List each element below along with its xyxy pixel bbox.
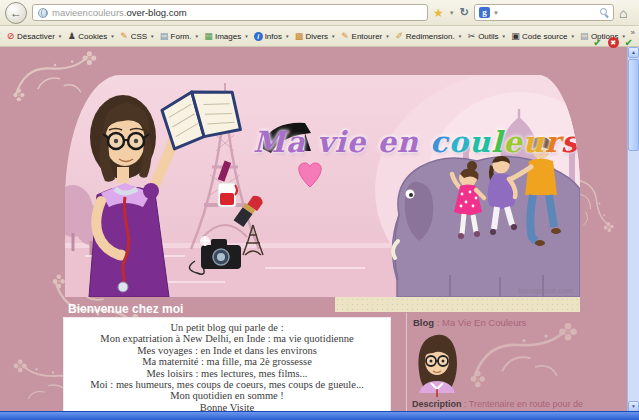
reload-icon[interactable]: ↻ bbox=[460, 7, 469, 18]
devtool-item-entourer[interactable]: ✎Entourer▼ bbox=[341, 32, 390, 41]
devtool-status: ✔✖✔ bbox=[593, 37, 633, 48]
chevron-down-icon: ▼ bbox=[244, 34, 248, 39]
illustrator-watermark: kamiganne.com bbox=[518, 287, 573, 294]
devtool-item-label: Cookies bbox=[78, 32, 107, 41]
chevron-down-icon: ▼ bbox=[570, 34, 574, 39]
devtool-item-divers[interactable]: ▩Divers▼ bbox=[294, 32, 335, 41]
url-domain: over-blog.com bbox=[126, 7, 186, 18]
intro-text-line: Mon expatriation à New Delhi, en Inde : … bbox=[64, 333, 390, 344]
site-globe-icon bbox=[38, 8, 48, 18]
options-icon: ▤ bbox=[580, 32, 589, 41]
css-icon: ✎ bbox=[120, 32, 129, 41]
page-scrollbar[interactable]: ▲ ▼ bbox=[627, 47, 639, 412]
devtool-item-label: Outils bbox=[478, 32, 498, 41]
intro-widget: Un petit blog qui parle de :Mon expatria… bbox=[63, 317, 391, 420]
devtool-item-label: Entourer bbox=[352, 32, 383, 41]
outline-icon: ✎ bbox=[341, 32, 350, 41]
devtool-item-label: Redimension. bbox=[406, 32, 455, 41]
devtool-item-code-source[interactable]: ▣Code source▼ bbox=[511, 32, 575, 41]
floral-ornament bbox=[12, 51, 98, 103]
profile-avatar[interactable] bbox=[413, 331, 461, 399]
tools-icon: ✂ bbox=[467, 32, 476, 41]
blog-title: Ma vie en couleurs bbox=[253, 125, 578, 159]
intro-text-line: Un petit blog qui parle de : bbox=[64, 322, 390, 333]
blog-title-rainbow: couleurs bbox=[430, 125, 578, 159]
title-letter: e bbox=[503, 125, 522, 159]
blog-label: Blog bbox=[413, 317, 434, 328]
devtool-item-cookies[interactable]: ♟Cookies▼ bbox=[67, 32, 114, 41]
toolbar-overflow-chevron[interactable]: » bbox=[631, 28, 635, 37]
chevron-down-icon: ▼ bbox=[194, 34, 198, 39]
chevron-down-icon: ▼ bbox=[458, 34, 462, 39]
images-icon: ▦ bbox=[204, 32, 213, 41]
devtool-item-label: Images bbox=[215, 32, 241, 41]
blog-name-line: Blog : Ma Vie En Couleurs bbox=[413, 317, 625, 328]
resize-icon: ✐ bbox=[395, 32, 404, 41]
intro-text-line: Moi : mes humeurs, mes coups de coeurs, … bbox=[64, 379, 390, 390]
search-engine-icon[interactable]: g bbox=[479, 7, 490, 18]
devtool-item-label: Désactiver bbox=[17, 32, 55, 41]
devtool-item-images[interactable]: ▦Images▼ bbox=[204, 32, 249, 41]
chevron-down-icon: ▼ bbox=[150, 34, 154, 39]
scroll-up-arrow[interactable]: ▲ bbox=[628, 47, 639, 58]
chevron-down-icon: ▼ bbox=[58, 34, 62, 39]
forms-icon: ▤ bbox=[160, 32, 169, 41]
title-letter: u bbox=[469, 125, 491, 159]
taskbar-edge bbox=[0, 411, 639, 420]
devtoolbar-items: ⊘Désactiver▼♟Cookies▼✎CSS▼▤Form.▼▦Images… bbox=[6, 32, 626, 41]
intro-text-line: Mes voyages : en Inde et dans les enviro… bbox=[64, 345, 390, 356]
back-button[interactable]: ← bbox=[5, 2, 27, 24]
title-letter: r bbox=[545, 125, 561, 159]
error-icon[interactable]: ✖ bbox=[608, 37, 619, 48]
intro-text-line: Ma maternité : ma fille, ma 2è grossesse bbox=[64, 356, 390, 367]
browser-window: ← mavieencouleurs.over-blog.com ★ ▼ ↻ g … bbox=[0, 0, 639, 420]
devtool-item-outils[interactable]: ✂Outils▼ bbox=[467, 32, 506, 41]
scrollbar-thumb[interactable] bbox=[628, 59, 639, 151]
bookmark-dropdown-icon[interactable]: ▼ bbox=[449, 10, 455, 16]
devtool-item-form[interactable]: ▤Form.▼ bbox=[160, 32, 199, 41]
devtool-item-label: Form. bbox=[171, 32, 192, 41]
search-engine-dropdown-icon[interactable]: ▼ bbox=[493, 10, 499, 16]
title-letter: u bbox=[523, 125, 545, 159]
browser-navbar: ← mavieencouleurs.over-blog.com ★ ▼ ↻ g … bbox=[0, 0, 639, 26]
webdev-toolbar: ⊘Désactiver▼♟Cookies▼✎CSS▼▤Form.▼▦Images… bbox=[0, 26, 639, 47]
devtool-item-label: Code source bbox=[522, 32, 567, 41]
chevron-down-icon: ▼ bbox=[331, 34, 335, 39]
dotted-divider-strip bbox=[335, 297, 580, 312]
devtool-item-label: Infos bbox=[265, 32, 282, 41]
disable-icon: ⊘ bbox=[6, 32, 15, 41]
devtool-item-css[interactable]: ✎CSS▼ bbox=[120, 32, 155, 41]
devtool-item-label: CSS bbox=[131, 32, 147, 41]
intro-text-line: Mon quotidien en somme ! bbox=[64, 390, 390, 401]
title-letter: l bbox=[491, 125, 503, 159]
blog-page: Ma vie en couleurs kamiganne.com Bienven… bbox=[0, 47, 639, 420]
valid-check-icon[interactable]: ✔ bbox=[625, 38, 633, 48]
devtool-item-label: Divers bbox=[305, 32, 328, 41]
chevron-down-icon: ▼ bbox=[502, 34, 506, 39]
search-icon[interactable] bbox=[600, 8, 609, 17]
back-arrow-icon: ← bbox=[10, 7, 22, 19]
devtool-item-redimension[interactable]: ✐Redimension.▼ bbox=[395, 32, 462, 41]
blog-title-script: Ma vie en bbox=[253, 125, 419, 159]
search-input[interactable]: g ▼ bbox=[474, 4, 614, 21]
url-bar[interactable]: mavieencouleurs.over-blog.com bbox=[32, 4, 428, 21]
misc-icon: ▩ bbox=[294, 32, 303, 41]
title-letter: s bbox=[561, 125, 578, 159]
intro-text-line: Mes loisirs : mes lectures, mes films... bbox=[64, 368, 390, 379]
welcome-heading: Bienvenue chez moi bbox=[68, 302, 183, 316]
home-icon[interactable]: ⌂ bbox=[619, 6, 627, 20]
chevron-down-icon: ▼ bbox=[110, 34, 114, 39]
valid-check-icon[interactable]: ✔ bbox=[593, 38, 601, 48]
blog-name-value[interactable]: : Ma Vie En Couleurs bbox=[434, 317, 526, 328]
devtool-item-infos[interactable]: iInfos▼ bbox=[254, 32, 290, 41]
title-letter: o bbox=[449, 125, 469, 159]
source-icon: ▣ bbox=[511, 32, 520, 41]
devtool-item-d-sactiver[interactable]: ⊘Désactiver▼ bbox=[6, 32, 62, 41]
chevron-down-icon: ▼ bbox=[285, 34, 289, 39]
description-label: Description bbox=[412, 399, 462, 409]
banner-illustration bbox=[65, 75, 580, 297]
bookmark-star-icon[interactable]: ★ bbox=[433, 7, 444, 19]
cookies-icon: ♟ bbox=[67, 32, 76, 41]
url-subdomain: mavieencouleurs. bbox=[52, 7, 126, 18]
title-letter: c bbox=[430, 125, 449, 159]
